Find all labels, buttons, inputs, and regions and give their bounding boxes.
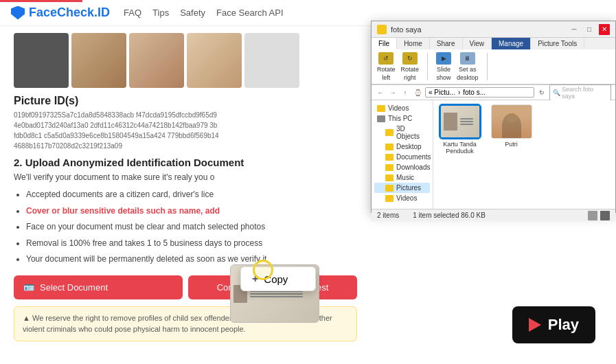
desktop-icon: 🖥 — [460, 52, 475, 65]
folder-icon — [377, 25, 387, 34]
tab-picture-tools[interactable]: Picture Tools — [531, 38, 584, 49]
shield-icon — [11, 6, 25, 20]
bullet-list: Accepted documents are a citizen card, d… — [14, 187, 357, 267]
file-label-putri: Putri — [505, 141, 518, 148]
tab-file[interactable]: File — [372, 38, 397, 49]
folder-icon-3d — [385, 129, 393, 136]
minimize-button[interactable]: ─ — [569, 24, 580, 35]
ribbon-divider-2 — [487, 53, 488, 80]
tree-music[interactable]: Music — [374, 172, 430, 183]
set-as-desktop-action[interactable]: 🖥 Set as desktop — [457, 52, 479, 81]
pid-line4: 4688b1617b70208d2c3219f213a09 — [14, 141, 357, 151]
tree-label-thispc: This PC — [388, 115, 413, 122]
tree-downloads[interactable]: Downloads — [374, 162, 430, 172]
tab-manage[interactable]: Manage — [492, 38, 531, 49]
ribbon-tabs: File Home Share View Manage Picture Tool… — [372, 38, 615, 49]
pid-line2: 4e0bad0173d240af13a0 2dfd11c46312c44a742… — [14, 120, 357, 130]
address-bar: ← → ↑ ⌚ « Pictu... › foto s... ↻ 🔍 Searc… — [372, 85, 615, 100]
file-thumb-wrapper-1 — [440, 104, 481, 139]
nav-face-search-api[interactable]: Face Search API — [216, 8, 284, 18]
id-line-thumb-2 — [460, 121, 473, 122]
file-label-ktpcard: Kartu Tanda Penduduk — [437, 141, 482, 155]
pid-line3: fdb0d8c1 c5a5d0a9339e6ce8b15804549a15a42… — [14, 130, 357, 141]
file-grid: Kartu Tanda Penduduk Putri — [437, 104, 611, 155]
explorer-titlebar: foto saya ─ □ ✕ — [372, 21, 615, 38]
tree-3d-objects[interactable]: 3D Objects — [374, 124, 430, 141]
file-thumb-ktpcard — [440, 104, 481, 139]
bullet-4: Removal is 100% free and takes 1 to 5 bu… — [26, 236, 357, 251]
photo-2 — [71, 33, 126, 88]
select-document-button[interactable]: 🪪 Select Document — [14, 275, 183, 299]
rotate-left-action[interactable]: ↺ Rotate left — [377, 52, 396, 81]
select-document-label: Select Document — [40, 282, 108, 293]
tree-documents[interactable]: Documents — [374, 152, 430, 162]
address-path[interactable]: « Pictu... › foto s... — [425, 87, 534, 98]
nav-safety[interactable]: Safety — [180, 8, 205, 18]
photo-1 — [14, 33, 69, 88]
progress-bar — [0, 0, 82, 2]
nav-tree: Videos This PC 3D Objects Desktop Docume… — [372, 100, 433, 209]
folder-icon-desktop — [385, 144, 393, 150]
tree-this-pc[interactable]: This PC — [374, 113, 430, 124]
back-button[interactable]: ← — [376, 88, 385, 98]
search-bar[interactable]: 🔍 Search foto saya — [549, 84, 611, 101]
slideshow-icon: ▶ — [436, 52, 451, 65]
nav-tips[interactable]: Tips — [152, 8, 169, 18]
view-group: ▶ Slide show 🖥 Set as desktop — [436, 52, 479, 81]
upload-desc: We'll verify your document to make sure … — [14, 172, 357, 182]
copy-popup[interactable]: + Copy — [240, 266, 316, 291]
id-line-3 — [250, 296, 303, 297]
play-button[interactable]: Play — [512, 306, 595, 343]
maximize-button[interactable]: □ — [584, 24, 595, 35]
file-item-wrapper-1: Kartu Tanda Penduduk — [437, 104, 482, 155]
tab-home[interactable]: Home — [397, 38, 430, 49]
search-icon: 🔍 — [553, 89, 560, 96]
nav-faq[interactable]: FAQ — [124, 8, 141, 18]
tab-share[interactable]: Share — [430, 38, 463, 49]
forward-button[interactable]: → — [388, 88, 398, 98]
tree-label-videos1: Videos — [388, 104, 409, 112]
rotate-right-action[interactable]: ↻ Rotate right — [401, 52, 420, 81]
tree-label-music: Music — [396, 174, 414, 181]
cursor-indicator — [253, 260, 273, 280]
folder-icon-videos1 — [377, 105, 385, 112]
photo-5 — [244, 33, 299, 88]
explorer-statusbar: 2 items 1 item selected 86.0 KB — [372, 209, 615, 221]
status-items: 2 items — [377, 212, 399, 219]
rotate-left-icon: ↺ — [378, 52, 393, 65]
tree-label-desktop: Desktop — [396, 143, 422, 150]
slideshow-action[interactable]: ▶ Slide show — [436, 52, 451, 81]
refresh-button[interactable]: ↻ — [537, 88, 547, 98]
tree-label-downloads: Downloads — [396, 163, 430, 171]
grid-view-icon[interactable] — [600, 211, 610, 220]
file-item-ktpcard[interactable]: Kartu Tanda Penduduk — [437, 104, 482, 155]
id-card-thumb-lines — [460, 118, 477, 125]
recent-button[interactable]: ⌚ — [413, 88, 422, 98]
folder-icon-music — [385, 174, 393, 181]
list-view-icon[interactable] — [588, 211, 597, 220]
tab-view[interactable]: View — [463, 38, 492, 49]
rotate-right-icon: ↻ — [402, 52, 418, 65]
folder-icon-downloads — [385, 164, 393, 171]
tree-desktop[interactable]: Desktop — [374, 141, 430, 152]
up-button[interactable]: ↑ — [400, 88, 410, 98]
tree-label-3d: 3D Objects — [396, 125, 427, 140]
id-card-thumb-photo — [444, 113, 457, 130]
photo-row — [14, 33, 357, 88]
brand[interactable]: FaceCheck.ID — [11, 5, 110, 20]
play-label: Play — [548, 316, 579, 334]
tree-videos-1[interactable]: Videos — [374, 103, 430, 113]
tree-pictures[interactable]: Pictures — [374, 183, 430, 193]
face-silhouette — [502, 113, 521, 138]
file-item-putri[interactable]: Putri — [489, 104, 534, 148]
rotate-group: ↺ Rotate left ↻ Rotate right — [377, 52, 419, 81]
explorer-title: foto saya — [391, 25, 564, 34]
bullet-1: Accepted documents are a citizen card, d… — [26, 187, 357, 203]
navbar-links: FAQ Tips Safety Face Search API — [124, 8, 284, 18]
tree-videos-2[interactable]: Videos — [374, 193, 430, 203]
tree-label-videos2: Videos — [396, 194, 417, 202]
folder-icon-thispc — [377, 115, 385, 122]
close-button[interactable]: ✕ — [599, 24, 610, 35]
tree-label-documents: Documents — [396, 153, 431, 161]
folder-icon-pictures — [385, 185, 393, 192]
